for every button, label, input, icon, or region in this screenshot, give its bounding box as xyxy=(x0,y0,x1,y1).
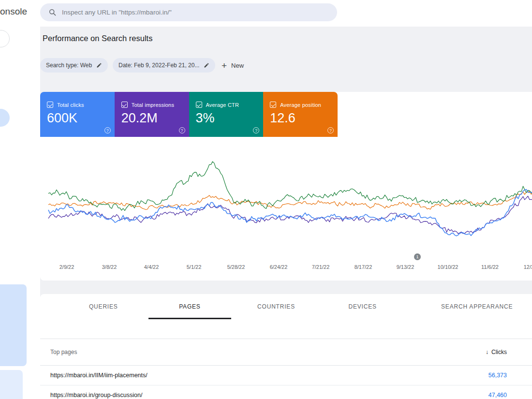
x-axis-label: 5/1/22 xyxy=(187,264,202,270)
x-axis-label: 10/10/22 xyxy=(438,264,458,270)
checkbox-checked-icon[interactable] xyxy=(196,102,202,108)
x-axis-label: 3/8/22 xyxy=(102,264,117,270)
x-axis-label: 8/17/22 xyxy=(355,264,372,270)
x-axis-label: 12/3/22 xyxy=(524,264,532,270)
help-icon[interactable]: ? xyxy=(104,127,111,133)
chart-annotation-marker[interactable]: 1 xyxy=(414,253,421,260)
brand-logo-partial: onsole xyxy=(0,6,27,17)
edit-pencil-icon[interactable] xyxy=(96,62,102,68)
filter-chip-date[interactable]: Date: Feb 9, 2022-Feb 21, 20... xyxy=(113,58,215,73)
x-axis-label: 5/28/22 xyxy=(227,264,245,270)
x-axis-label: 6/24/22 xyxy=(270,264,288,270)
tab-countries[interactable]: COUNTRIES xyxy=(235,294,318,319)
dimension-tabs: QUERIES PAGES COUNTRIES DEVICES SEARCH A… xyxy=(40,294,532,319)
metric-card-average-position[interactable]: Average position 12.6 ? xyxy=(263,92,338,137)
sidebar-selected-item-highlight[interactable] xyxy=(0,109,10,127)
checkbox-checked-icon[interactable] xyxy=(47,102,53,108)
metric-value: 12.6 xyxy=(270,111,338,126)
chart-series-total-impressions xyxy=(48,196,532,234)
filter-chip-label: Search type: Web xyxy=(46,62,92,69)
x-axis-label: 9/13/22 xyxy=(397,264,414,270)
table-row[interactable]: https://mbaroi.in/group-discussion/ 47,4… xyxy=(40,385,532,399)
table-row[interactable]: https://mbaroi.in/IIM/iim-placements/ 56… xyxy=(40,366,532,385)
filter-chip-search-type[interactable]: Search type: Web xyxy=(40,58,108,73)
table-header-row: Top pages ↓ Clicks xyxy=(40,339,532,366)
search-icon xyxy=(48,8,57,16)
metric-label: Total clicks xyxy=(57,102,84,108)
metric-value: 20.2M xyxy=(121,111,189,126)
page-title: Performance on Search results xyxy=(43,34,152,43)
clicks-value: 56,373 xyxy=(488,372,507,379)
x-axis-label: 4/4/22 xyxy=(144,264,159,270)
tab-search-appearance[interactable]: SEARCH APPEARANCE xyxy=(422,294,532,319)
sidebar-collapse-button[interactable] xyxy=(0,30,10,47)
metric-value: 600K xyxy=(47,111,115,126)
search-input[interactable] xyxy=(62,9,337,16)
metric-label: Total impressions xyxy=(132,102,174,108)
tab-pages[interactable]: PAGES xyxy=(148,294,232,319)
help-icon[interactable]: ? xyxy=(179,127,185,133)
tab-queries[interactable]: QUERIES xyxy=(62,294,145,319)
sidebar-fragment-bottom xyxy=(0,370,23,399)
url-inspect-searchbar[interactable] xyxy=(40,3,337,21)
metric-card-average-ctr[interactable]: Average CTR 3% ? xyxy=(189,92,264,137)
tab-devices[interactable]: DEVICES xyxy=(321,294,404,319)
x-axis-label: 2/9/22 xyxy=(59,264,74,270)
dimensions-table-card: QUERIES PAGES COUNTRIES DEVICES SEARCH A… xyxy=(40,294,532,399)
performance-line-chart[interactable] xyxy=(40,145,532,251)
page-url-link[interactable]: https://mbaroi.in/IIM/iim-placements/ xyxy=(50,372,148,379)
new-filter-label: New xyxy=(231,62,244,69)
sort-arrow-down-icon: ↓ xyxy=(486,349,488,355)
sidebar-fragment-top xyxy=(0,284,27,366)
x-axis-label: 11/6/22 xyxy=(481,264,499,270)
metric-label: Average position xyxy=(280,102,321,108)
x-axis-label: 7/21/22 xyxy=(312,264,330,270)
metric-card-total-impressions[interactable]: Total impressions 20.2M ? xyxy=(115,92,189,137)
new-filter-button[interactable]: + New xyxy=(218,58,248,73)
chart-series-total-clicks xyxy=(48,190,532,236)
help-icon[interactable]: ? xyxy=(327,127,334,133)
checkbox-checked-icon[interactable] xyxy=(121,102,128,108)
metric-label: Average CTR xyxy=(206,102,239,108)
search-console-screen: onsole Performance on Search results Sea… xyxy=(0,0,532,399)
plus-icon: + xyxy=(222,61,227,70)
checkbox-checked-icon[interactable] xyxy=(270,102,276,108)
clicks-column-label: Clicks xyxy=(491,349,507,355)
table-column-top-pages: Top pages xyxy=(50,349,77,355)
page-url-link[interactable]: https://mbaroi.in/group-discussion/ xyxy=(50,392,142,399)
help-icon[interactable]: ? xyxy=(253,127,259,133)
edit-pencil-icon[interactable] xyxy=(204,62,209,68)
metric-summary-cards: Total clicks 600K ? Total impressions 20… xyxy=(40,92,338,137)
metric-card-total-clicks[interactable]: Total clicks 600K ? xyxy=(40,92,115,137)
metric-value: 3% xyxy=(196,111,264,126)
clicks-sort-header[interactable]: ↓ Clicks xyxy=(486,349,507,355)
filter-chip-label: Date: Feb 9, 2022-Feb 21, 20... xyxy=(118,62,199,69)
clicks-value: 47,460 xyxy=(488,392,507,399)
